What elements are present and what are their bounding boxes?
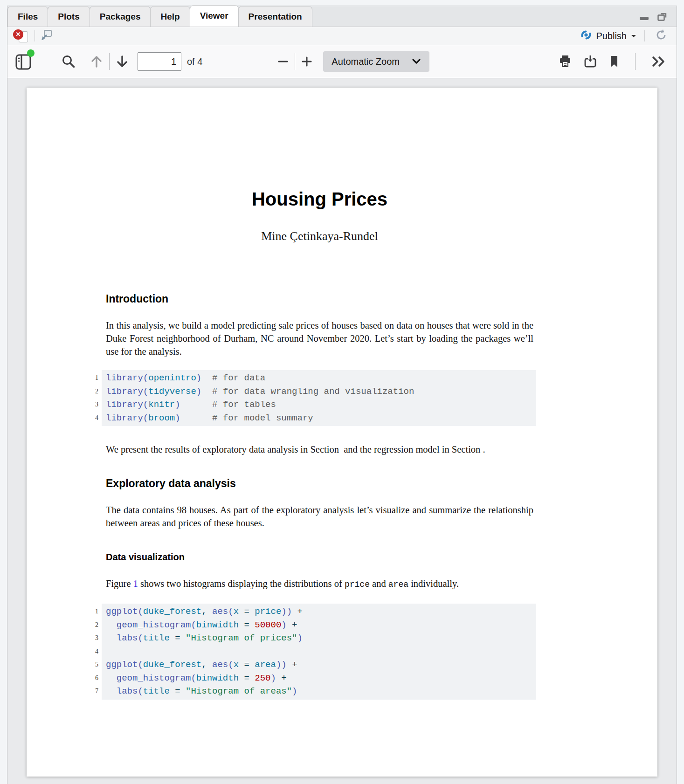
download-button[interactable] [583, 54, 598, 69]
viewer-toolbar: ✕ Publish [7, 27, 677, 45]
code-line: 2 geom_histogram(binwidth = 50000) + [106, 619, 536, 632]
pane-tab-bar: Files Plots Packages Help Viewer Present… [7, 6, 677, 27]
tab-presentation[interactable]: Presentation [238, 6, 312, 27]
figure-link[interactable]: 1 [133, 578, 138, 589]
clear-viewer-button[interactable]: ✕ [13, 29, 30, 43]
pdf-viewport[interactable]: Housing Prices Mine Çetinkaya-Rundel Int… [7, 78, 677, 784]
search-icon [61, 54, 76, 69]
code-line-number: 3 [83, 632, 98, 645]
tab-plots[interactable]: Plots [48, 6, 90, 27]
tab-help[interactable]: Help [150, 6, 190, 27]
page-down-icon [114, 54, 130, 69]
maximize-icon[interactable] [656, 12, 668, 21]
zoom-in-button[interactable] [300, 55, 314, 69]
code-line-number: 6 [83, 672, 98, 685]
code-line-number: 2 [83, 385, 98, 399]
zoom-in-icon [300, 55, 314, 69]
tab-files[interactable]: Files [7, 6, 48, 27]
code-line: 6 geom_histogram(binwidth = 250) + [106, 672, 536, 685]
eda-paragraph: The data contains 98 houses. As part of … [106, 503, 533, 530]
code-line: 7 labs(title = "Histogram of areas") [106, 685, 536, 698]
section-heading-introduction: Introduction [106, 292, 533, 306]
refresh-icon [654, 28, 668, 44]
present-paragraph: We present the results of exploratory da… [106, 443, 533, 456]
code-line: 4library(broom) # for model summary [106, 412, 536, 425]
figure-reference-paragraph: Figure 1 shows two histograms displaying… [106, 577, 533, 591]
code-line: 3 labs(title = "Histogram of prices") [106, 632, 536, 645]
code-line-number: 4 [83, 645, 98, 659]
code-line-number: 4 [83, 412, 98, 425]
download-icon [583, 54, 598, 69]
section-heading-eda: Exploratory data analysis [106, 476, 533, 490]
code-line: 1library(openintro) # for data [106, 371, 536, 385]
close-icon: ✕ [13, 29, 23, 40]
more-tools-button[interactable] [650, 55, 667, 69]
document-title: Housing Prices [106, 188, 533, 210]
zoom-level-select[interactable]: Automatic Zoom [323, 51, 429, 72]
code-line: 1ggplot(duke_forest, aes(x = price)) + [106, 605, 536, 619]
sidebar-badge-dot [27, 49, 35, 57]
toolbar-separator [295, 53, 295, 70]
tab-packages[interactable]: Packages [90, 6, 151, 27]
zoom-out-button[interactable] [276, 55, 290, 69]
code-line-number: 5 [83, 658, 98, 672]
zoom-controls: Automatic Zoom [276, 51, 429, 72]
introduction-paragraph: In this analysis, we build a model predi… [106, 319, 533, 358]
zoom-out-icon [276, 55, 290, 69]
print-icon [558, 54, 573, 69]
code-line-number: 3 [83, 398, 98, 412]
toggle-sidebar-button[interactable] [15, 53, 32, 70]
page-up-icon [89, 54, 104, 69]
next-page-button[interactable] [114, 54, 130, 69]
code-line-number: 1 [83, 605, 98, 619]
print-button[interactable] [558, 54, 573, 69]
refresh-button[interactable] [654, 28, 668, 44]
toolbar-separator [109, 53, 110, 70]
bookmark-icon [608, 55, 620, 69]
pdf-toolbar-right [558, 53, 667, 70]
minimize-icon[interactable] [638, 12, 650, 21]
publish-dropdown-chevron-icon[interactable] [630, 32, 637, 40]
toolbar-separator [635, 53, 636, 70]
popout-button[interactable] [40, 29, 53, 43]
tab-viewer[interactable]: Viewer [190, 5, 239, 27]
previous-page-button[interactable] [89, 54, 104, 69]
code-line-number: 2 [83, 619, 98, 632]
chevron-down-icon [412, 58, 421, 65]
publish-icon [580, 29, 592, 43]
toolbar-separator [35, 30, 35, 41]
bookmark-button[interactable] [608, 55, 620, 69]
document-author: Mine Çetinkaya-Rundel [106, 229, 533, 244]
subsection-heading-data-visualization: Data visualization [106, 551, 533, 563]
pdf-page: Housing Prices Mine Çetinkaya-Rundel Int… [27, 88, 657, 777]
popout-icon [40, 29, 53, 43]
code-line: 4 [106, 645, 536, 659]
code-line-number: 1 [83, 371, 98, 385]
zoom-level-label: Automatic Zoom [332, 56, 400, 67]
code-line: 3library(knitr) # for tables [106, 398, 536, 412]
code-line-number: 7 [83, 685, 98, 698]
pdf-toolbar: of 4 Automatic Zoom [7, 45, 677, 78]
code-line: 2library(tidyverse) # for data wrangling… [106, 385, 536, 399]
code-block-ggplot: 1ggplot(duke_forest, aes(x = price)) +2 … [102, 604, 536, 700]
code-line: 5ggplot(duke_forest, aes(x = area)) + [106, 658, 536, 672]
publish-button[interactable]: Publish [580, 29, 637, 43]
find-button[interactable] [61, 54, 76, 69]
publish-label: Publish [596, 31, 627, 41]
more-tools-icon [650, 55, 667, 69]
page-number-input[interactable] [138, 52, 181, 71]
viewer-pane: Files Plots Packages Help Viewer Present… [7, 6, 677, 784]
pane-window-controls [638, 12, 668, 21]
code-block-libraries: 1library(openintro) # for data2library(t… [102, 370, 536, 426]
toolbar-separator [644, 30, 645, 41]
page-count-label: of 4 [187, 56, 202, 67]
